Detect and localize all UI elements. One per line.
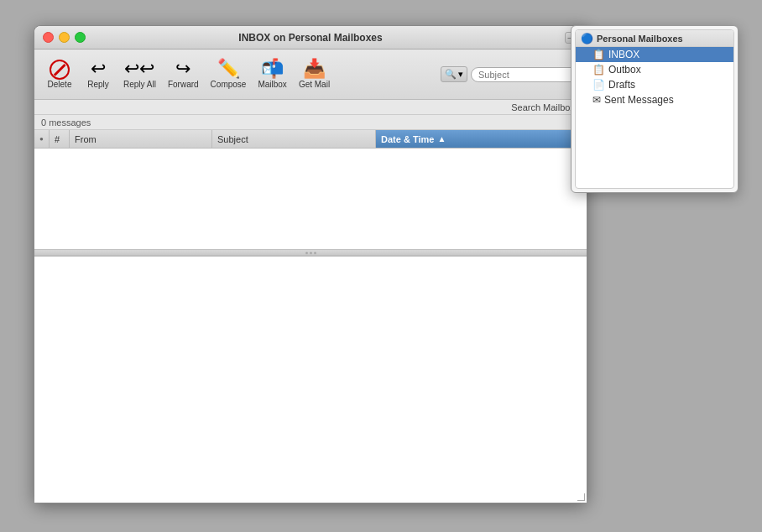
preview-pane (34, 256, 587, 503)
sidebar-item-outbox[interactable]: 📋 Outbox (576, 62, 733, 77)
sent-icon: ✉ (592, 94, 601, 106)
mailbox-tool-item[interactable]: 📬 Mailbox (253, 58, 291, 91)
sidebar-panel: 🔵 Personal Mailboxes 📋 INBOX 📋 Outbox 📄 … (571, 25, 739, 193)
message-count-bar: 0 messages (34, 115, 587, 130)
outbox-label: Outbox (608, 64, 641, 76)
outbox-icon: 📋 (592, 64, 605, 76)
close-button[interactable] (43, 32, 54, 43)
dropdown-arrow-icon: ▾ (458, 69, 463, 80)
resize-handle[interactable] (34, 249, 587, 256)
window-controls (43, 32, 86, 43)
search-dropdown[interactable]: 🔍 ▾ (441, 66, 467, 82)
compose-label: Compose (211, 80, 247, 89)
compose-icon: ✏️ (217, 60, 240, 78)
title-bar: INBOX on Personal Mailboxes — (34, 26, 587, 50)
search-icon: 🔍 (445, 69, 457, 80)
inbox-label: INBOX (608, 49, 639, 60)
get-mail-icon: 📥 (303, 60, 326, 78)
col-subject-header[interactable]: Subject (212, 130, 376, 148)
mail-window: INBOX on Personal Mailboxes — Delete ↩ R… (34, 25, 587, 503)
mailboxes-icon: 🔵 (581, 33, 593, 44)
delete-tool-item[interactable]: Delete (41, 58, 78, 91)
col-number-header[interactable]: # (50, 130, 70, 148)
inbox-icon: 📋 (592, 49, 605, 60)
drafts-label: Drafts (608, 79, 635, 91)
reply-label: Reply (87, 80, 109, 89)
reply-all-icon: ↩↩ (124, 60, 154, 78)
minimize-button[interactable] (59, 32, 70, 43)
preview-resize-handle[interactable] (577, 493, 587, 503)
drafts-icon: 📄 (592, 79, 605, 91)
toolbar: Delete ↩ Reply ↩↩ Reply All ↪ Forward ✏️… (34, 50, 587, 100)
search-area: 🔍 ▾ (441, 66, 580, 82)
forward-tool-item[interactable]: ↪ Forward (163, 58, 204, 91)
reply-all-tool-item[interactable]: ↩↩ Reply All (118, 58, 161, 91)
reply-all-label: Reply All (123, 80, 156, 89)
message-count: 0 messages (41, 117, 91, 128)
mailbox-label: Mailbox (258, 80, 286, 89)
forward-icon: ↪ (175, 60, 190, 78)
mailbox-icon: 📬 (261, 60, 284, 78)
forward-label: Forward (168, 80, 199, 89)
col-date-header[interactable]: Date & Time ▲ (376, 130, 587, 148)
delete-label: Delete (48, 80, 72, 89)
reply-tool-item[interactable]: ↩ Reply (80, 58, 117, 91)
sidebar-title: Personal Mailboxes (597, 34, 683, 44)
search-input[interactable] (471, 67, 580, 82)
sidebar-item-sent[interactable]: ✉ Sent Messages (576, 92, 733, 107)
sidebar-item-drafts[interactable]: 📄 Drafts (576, 77, 733, 92)
maximize-button[interactable] (75, 32, 86, 43)
resize-dots (305, 252, 316, 254)
sort-arrow-icon: ▲ (437, 134, 446, 143)
sidebar-title-bar: 🔵 Personal Mailboxes (576, 30, 733, 47)
compose-tool-item[interactable]: ✏️ Compose (206, 58, 252, 91)
delete-icon (50, 60, 70, 80)
search-mailbox-bar: Search Mailbox (34, 100, 587, 115)
table-header: ● # From Subject Date & Time ▲ (34, 130, 587, 149)
get-mail-tool-item[interactable]: 📥 Get Mail (294, 58, 335, 91)
search-mailbox-label: Search Mailbox (511, 102, 575, 112)
sidebar-inner: 🔵 Personal Mailboxes 📋 INBOX 📋 Outbox 📄 … (575, 29, 734, 189)
col-from-header[interactable]: From (70, 130, 212, 148)
reply-icon: ↩ (91, 60, 106, 78)
window-title: INBOX on Personal Mailboxes (238, 32, 382, 44)
message-list[interactable] (34, 149, 587, 249)
sidebar-item-inbox[interactable]: 📋 INBOX (576, 47, 733, 62)
sent-label: Sent Messages (604, 94, 674, 106)
col-dot-header: ● (34, 130, 50, 148)
get-mail-label: Get Mail (299, 80, 330, 89)
